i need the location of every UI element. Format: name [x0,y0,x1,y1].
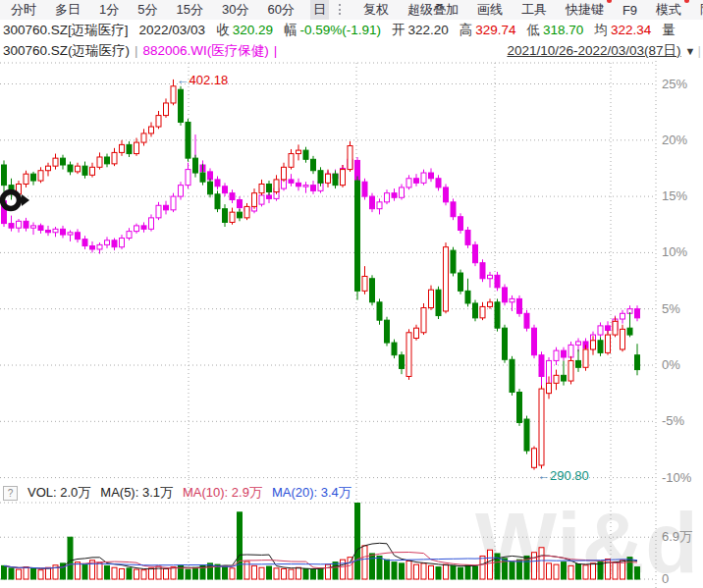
btn-tools[interactable]: 工具 [518,0,550,20]
btn-hide[interactable]: 隐藏 [697,0,703,20]
vol-value: VOL: 2.0万 [27,484,90,502]
quote-volume: 量 [662,22,678,39]
more-periods-icon[interactable] [342,2,348,19]
quote-fields: 收320.29幅-0.59%(-1.91)开322.20高329.74低318.… [216,22,678,39]
tab-30min[interactable]: 30分 [219,0,251,20]
vol-ma5: MA(5): 3.1万 [100,484,173,502]
tab-1min[interactable]: 1分 [96,0,122,20]
svg-text:6.9万: 6.9万 [662,529,692,544]
primary-security-label[interactable]: 300760.SZ(迈瑞医疗) [3,42,130,60]
svg-text:10%: 10% [662,244,687,259]
btn-mode[interactable]: 模式 [653,0,684,20]
overlay-security-label[interactable]: 882006.WI(医疗保健) [143,42,269,60]
tab-daily[interactable]: 日 [310,0,329,20]
separator: | [274,43,278,58]
period-toolbar: 分时多日1分5分15分30分60分日复权超级叠加画线工具快捷键F9模式隐藏 [0,0,703,20]
svg-text:25%: 25% [662,77,687,91]
more-periods-icon [339,4,343,15]
date-range-selector[interactable]: 2021/10/26-2022/03/03(87日) [507,42,680,60]
svg-text:0: 0 [662,571,669,586]
btn-draw-line[interactable]: 画线 [474,0,506,20]
security-code[interactable]: 300760.SZ[迈瑞医疗] [3,22,129,39]
svg-text:-5%: -5% [662,413,685,428]
chart-anchor-marker[interactable] [3,192,30,209]
svg-text:20%: 20% [662,133,687,147]
stock-chart-window: 分时多日1分5分15分30分60分日复权超级叠加画线工具快捷键F9模式隐藏 30… [0,0,703,588]
volume-header: ? VOL: 2.0万MA(5): 3.1万MA(10): 2.9万MA(20)… [0,483,648,503]
tab-multiday[interactable]: 多日 [52,0,83,20]
gridlines: 25%20%15%10%5%0%-5%-10%6.9万0 [0,61,692,588]
svg-text:-10%: -10% [662,470,692,485]
svg-text:15%: 15% [662,188,687,203]
separator: | [135,43,138,58]
svg-text:←402.18: ←402.18 [177,73,229,87]
notification-dot [684,0,689,3]
securities-bar: 300760.SZ(迈瑞医疗) | 882006.WI(医疗保健) | 2021… [0,40,703,61]
quote-bar: 300760.SZ[迈瑞医疗] 2022/03/03 收320.29幅-0.59… [0,20,703,40]
main-chart[interactable]: 25%20%15%10%5%0%-5%-10%6.9万0←402.18←290.… [0,61,703,588]
vol-ma10: MA(10): 2.9万 [183,484,262,502]
tab-15min[interactable]: 15分 [173,0,205,20]
quote-low: 低318.70 [527,22,584,39]
chevron-down-icon[interactable]: ▼ [685,45,696,57]
quote-change: 幅-0.59%(-1.91) [284,22,381,39]
svg-text:5%: 5% [662,301,680,316]
quote-high: 高329.74 [460,22,516,39]
separator: | [697,43,701,58]
stock-candles [2,80,640,470]
vol-ma20: MA(20): 3.4万 [272,484,352,502]
tab-intraday[interactable]: 分时 [8,0,39,20]
quote-open: 开322.20 [392,22,449,39]
quote-close: 收320.29 [216,22,273,39]
btn-adjust-price[interactable]: 复权 [360,0,392,20]
btn-f9[interactable]: F9 [620,2,640,19]
quote-avg: 均322.34 [594,22,651,39]
notification-dot [607,0,612,3]
btn-hotkeys[interactable]: 快捷键 [563,0,607,20]
svg-text:←290.80: ←290.80 [537,468,589,483]
volume-indicators: VOL: 2.0万MA(5): 3.1万MA(10): 2.9万MA(20): … [27,484,352,502]
svg-text:0%: 0% [662,357,680,372]
help-icon[interactable]: ? [3,486,18,501]
chart-area: Wi&d 25%20%15%10%5%0%-5%-10%6.9万0←402.18… [0,61,703,588]
tab-5min[interactable]: 5分 [135,0,160,20]
btn-super-overlay[interactable]: 超级叠加 [405,0,461,20]
quote-date: 2022/03/03 [139,23,206,37]
tab-60min[interactable]: 60分 [264,0,297,20]
